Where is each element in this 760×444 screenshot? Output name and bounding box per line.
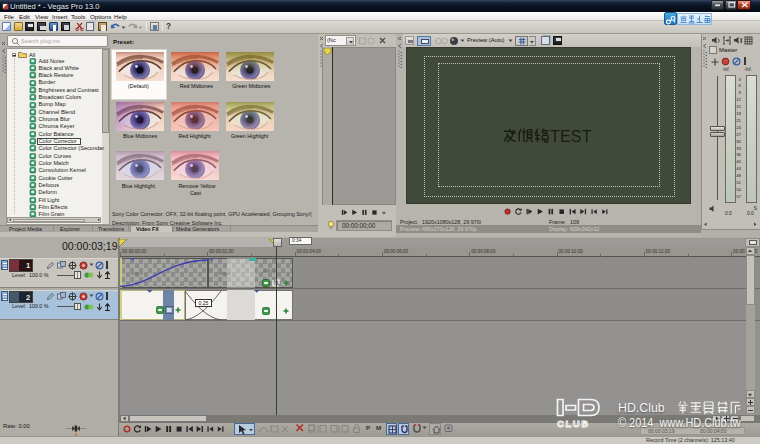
svg-text:TEST: TEST [550, 128, 592, 144]
svg-text:CLUB: CLUB [557, 418, 590, 429]
